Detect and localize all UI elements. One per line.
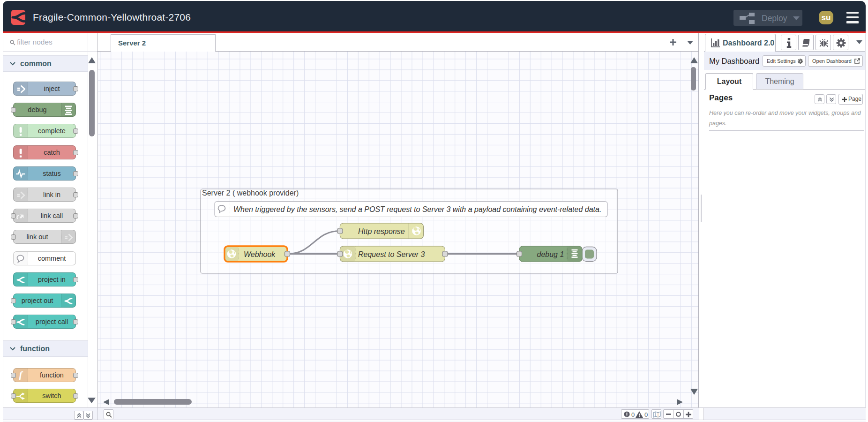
svg-text:debug 1: debug 1 <box>537 250 564 258</box>
svg-text:When triggered by the sensors,: When triggered by the sensors, send a PO… <box>233 205 601 213</box>
svg-text:Webhook: Webhook <box>244 250 276 258</box>
svg-text:Http response: Http response <box>358 227 405 235</box>
svg-text:Server 2 ( webhook provider): Server 2 ( webhook provider) <box>202 189 299 197</box>
svg-text:Request to Server 3: Request to Server 3 <box>358 250 425 258</box>
